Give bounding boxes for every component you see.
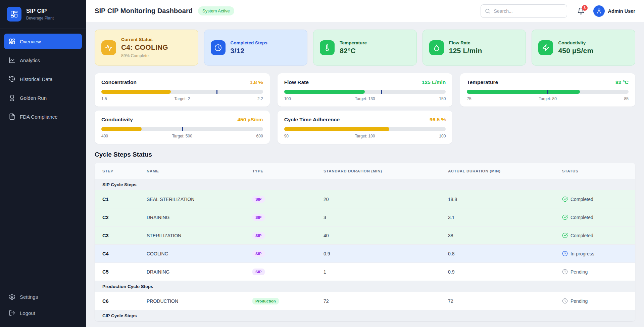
- table-row: C5DRAININGSIP10.9Pending: [95, 263, 635, 281]
- type-badge: SIP: [252, 214, 265, 221]
- sidebar-item-overview[interactable]: Overview: [4, 34, 82, 49]
- status-label: Pending: [571, 269, 588, 275]
- status-cell: Completed: [562, 214, 635, 220]
- kpi-label: Flow Rate: [449, 40, 482, 45]
- kpi-value: 82°C: [340, 47, 367, 55]
- gauge-progress-fill: [284, 127, 389, 131]
- avatar: [593, 5, 605, 17]
- search-icon: [485, 8, 490, 14]
- gauge-max-label: 85: [575, 96, 629, 101]
- topbar-actions: 3 Admin User: [481, 4, 635, 18]
- standard-duration-cell: 3: [324, 215, 448, 220]
- kpi-card-body: Flow Rate125 L/min: [449, 40, 482, 55]
- step-id-cell: C3: [102, 233, 147, 238]
- kpi-icon-box: [538, 40, 553, 55]
- status-label: In-progress: [571, 251, 594, 256]
- gauge-progress-bar: [467, 90, 629, 94]
- user-menu[interactable]: Admin User: [593, 5, 635, 17]
- gauge-target-label: Target: 80: [521, 96, 575, 101]
- check-circle-icon: [562, 196, 568, 202]
- gauge-min-label: 75: [467, 96, 521, 101]
- step-name-cell: DRAINING: [147, 215, 252, 220]
- standard-duration-cell: 20: [324, 197, 448, 202]
- system-status-badge: System Active: [198, 6, 234, 15]
- kpi-label: Completed Steps: [231, 40, 267, 45]
- table-group-label: CIP Cycle Steps: [102, 313, 137, 318]
- actual-duration-cell: 38: [448, 233, 562, 238]
- step-type-cell: Production: [252, 298, 324, 304]
- standard-duration-cell: 0.9: [324, 251, 448, 256]
- step-name-cell: PRODUCTION: [147, 298, 252, 304]
- gauge-min-label: 400: [101, 134, 155, 138]
- gauge-progress-bar: [284, 90, 446, 94]
- clock-icon: [562, 269, 568, 275]
- sidebar-item-logout[interactable]: Logout: [4, 306, 82, 320]
- pending-icon: [562, 298, 568, 304]
- gauge-max-label: 2.2: [209, 96, 263, 101]
- app-subtitle: Beverage Plant: [26, 16, 54, 21]
- gauge-progress-fill: [284, 90, 365, 94]
- gauge-max-label: 150: [392, 96, 446, 101]
- type-badge: Production: [252, 298, 279, 304]
- app-logo: SIP CIP Beverage Plant: [0, 0, 86, 29]
- gauge-target-label: Target: 100: [338, 134, 392, 138]
- notifications-button[interactable]: 3: [577, 7, 585, 15]
- type-badge: SIP: [252, 269, 265, 275]
- gauge-scale-labels: 100Target: 130150: [284, 96, 446, 101]
- completed-icon: [562, 196, 568, 202]
- gauge-card-concentration: Concentration1.8 %1.5Target: 22.2: [95, 73, 270, 107]
- gauge-title: Flow Rate: [284, 79, 309, 85]
- check-circle-icon: [562, 233, 568, 238]
- sidebar-item-analytics[interactable]: Analytics: [4, 52, 82, 68]
- sidebar-item-fda-compliance[interactable]: FDA Compliance: [4, 109, 82, 124]
- sidebar-item-label: Logout: [20, 310, 35, 316]
- gauge-header: Concentration1.8 %: [101, 79, 263, 85]
- sidebar-item-settings[interactable]: Settings: [4, 290, 82, 303]
- gear-icon: [9, 293, 15, 300]
- gauge-target-marker: [216, 90, 217, 94]
- column-header: STEP: [102, 169, 147, 173]
- step-id-cell: C5: [102, 269, 147, 275]
- standard-duration-cell: 40: [324, 233, 448, 238]
- kpi-icon-box: [101, 40, 116, 55]
- sidebar-item-label: Overview: [20, 39, 41, 44]
- gauge-max-label: 600: [209, 134, 263, 138]
- kpi-card-conductivity: Conductivity450 µS/cm: [532, 30, 635, 66]
- zap-icon: [542, 44, 549, 51]
- kpi-card-current-status: Current StatusC4: COOLING89% Complete: [95, 30, 198, 66]
- gauge-progress-bar: [284, 127, 446, 131]
- standard-duration-cell: 1: [324, 269, 448, 275]
- page-title: SIP CIP Monitoring Dashboard: [95, 7, 193, 15]
- cycle-steps-table: STEPNAMETYPESTANDARD DURATION (MIN)ACTUA…: [95, 163, 635, 321]
- step-name-cell: DRAINING: [147, 269, 252, 275]
- analytics-icon: [9, 57, 15, 64]
- droplet-icon: [433, 44, 440, 51]
- search-input[interactable]: [493, 8, 563, 14]
- kpi-value: 450 µS/cm: [558, 47, 593, 55]
- check-circle-icon: [562, 214, 568, 220]
- gauge-value: 82 °C: [615, 79, 629, 85]
- gauge-header: Temperature82 °C: [467, 79, 629, 85]
- sidebar-item-label: Historical Data: [20, 76, 53, 82]
- type-badge: SIP: [252, 196, 265, 203]
- step-name-cell: COOLING: [147, 251, 252, 256]
- sidebar-item-golden-run[interactable]: Golden Run: [4, 90, 82, 106]
- status-label: Pending: [571, 298, 588, 304]
- step-type-cell: SIP: [252, 232, 324, 239]
- step-type-cell: SIP: [252, 250, 324, 257]
- gauge-value: 450 µS/cm: [238, 117, 263, 123]
- sidebar-item-historical-data[interactable]: Historical Data: [4, 71, 82, 87]
- gauge-value: 96.5 %: [430, 117, 446, 123]
- step-id-cell: C1: [102, 197, 147, 202]
- notification-count-badge: 3: [582, 5, 588, 11]
- kpi-value: 125 L/min: [449, 47, 482, 55]
- user-icon: [596, 8, 602, 14]
- dashboard-icon: [9, 38, 15, 45]
- sidebar-item-label: Golden Run: [20, 95, 47, 101]
- table-group-label: Production Cycle Steps: [102, 284, 153, 289]
- gauge-scale-labels: 400Target: 500600: [101, 134, 263, 138]
- search-box[interactable]: [481, 4, 567, 18]
- actual-duration-cell: 72: [448, 298, 562, 304]
- logout-icon: [9, 310, 15, 316]
- kpi-label: Current Status: [121, 37, 168, 42]
